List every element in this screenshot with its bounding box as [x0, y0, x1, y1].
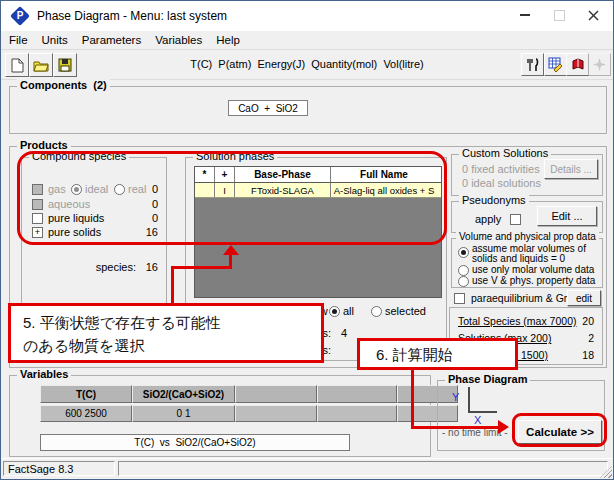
- annotation-arrow6-segment2: [411, 426, 499, 429]
- components-group: Components (2) CaO + SiO2: [9, 86, 607, 134]
- menu-file[interactable]: File: [9, 34, 28, 46]
- pseudonyms-group: Pseudonyms apply Edit ...: [451, 201, 603, 233]
- annotation-highlight-calculate: [512, 413, 607, 447]
- custom-solutions-group: Custom Solutions 0 fixed activities 0 id…: [451, 154, 603, 196]
- annotation-step6: 6. 計算開始: [357, 338, 518, 370]
- paraequilibrium-label: paraequilibrium & Gmin: [471, 292, 581, 304]
- phys-property-data-radio[interactable]: [458, 276, 469, 287]
- show-all-radio[interactable]: [329, 306, 340, 317]
- show-selected-label: selected: [385, 305, 426, 317]
- spreadsheet-edit-button[interactable]: [544, 53, 567, 76]
- x-axis-line: [468, 411, 497, 413]
- paraequilibrium-edit-button[interactable]: edit: [567, 290, 601, 306]
- phases-value: 18: [574, 349, 594, 361]
- x-axis-label: X: [474, 414, 481, 426]
- maximize-button[interactable]: [543, 1, 575, 29]
- menu-help[interactable]: Help: [216, 34, 240, 46]
- show-selected-radio[interactable]: [371, 306, 382, 317]
- new-button[interactable]: [5, 53, 29, 77]
- save-disk-icon: [58, 58, 72, 72]
- assume-molar-volumes-radio[interactable]: [458, 247, 469, 258]
- minimize-icon: [520, 14, 530, 16]
- annotation-step5-line1: 5. 平衡状態で存在する可能性: [23, 311, 321, 334]
- fixed-activities-label: 0 fixed activities: [462, 163, 540, 175]
- total-species-link[interactable]: Total Species (max 7000): [458, 315, 576, 327]
- maximize-icon: [554, 10, 565, 21]
- annotation-arrow5-segment1: [171, 266, 174, 305]
- var-header-composition[interactable]: SiO2/(CaO+SiO2): [132, 385, 235, 403]
- var-value-composition[interactable]: 0 1: [132, 405, 235, 422]
- var-header-t[interactable]: T(C): [40, 385, 132, 403]
- app-icon: P: [10, 6, 30, 26]
- details-button: Details ...: [544, 159, 598, 179]
- phys-property-data-label: use V & phys. property data: [472, 275, 595, 286]
- variables-group-label: Variables: [17, 368, 71, 380]
- paraequilibrium-checkbox[interactable]: [454, 293, 465, 304]
- status-bar: FactSage 8.3: [1, 458, 613, 479]
- save-button[interactable]: [53, 53, 77, 77]
- var-value-t[interactable]: 600 2500: [40, 405, 132, 422]
- menu-parameters[interactable]: Parameters: [82, 34, 141, 46]
- app-icon-letter: P: [13, 9, 27, 23]
- status-panel: [118, 461, 608, 476]
- minimize-button[interactable]: [509, 1, 541, 29]
- species-count: 16: [136, 261, 158, 273]
- annotation-step5: 5. 平衡状態で存在する可能性 のある物質を選択: [8, 303, 324, 363]
- annotation-step5-line2: のある物質を選択: [23, 334, 321, 357]
- apply-label: apply: [475, 213, 501, 225]
- title-bar: P Phase Diagram - Menu: last system: [1, 1, 613, 31]
- variables-group: Variables T(C) SiO2/(CaO+SiO2) 600 2500 …: [9, 375, 431, 457]
- slide-show-button[interactable]: [521, 53, 544, 76]
- total-species-value: 20: [574, 315, 594, 327]
- var-value-4[interactable]: [317, 405, 397, 422]
- menu-bar: File Units Parameters Variables Help: [1, 31, 613, 49]
- pseudonyms-edit-button[interactable]: Edit ...: [537, 206, 597, 226]
- red-book-icon: [571, 58, 585, 71]
- utensils-icon: [526, 58, 539, 72]
- close-button[interactable]: [577, 1, 609, 29]
- database-book-button[interactable]: [566, 53, 589, 76]
- show-all-label: all: [343, 305, 354, 317]
- window-title: Phase Diagram - Menu: last system: [37, 9, 227, 23]
- menu-variables[interactable]: Variables: [155, 34, 202, 46]
- variables-header-row: T(C) SiO2/(CaO+SiO2): [40, 385, 458, 403]
- y-axis-line: [468, 387, 470, 413]
- ideal-solutions-label: 0 ideal solutions: [462, 177, 541, 189]
- components-group-label: Components (2): [17, 79, 110, 91]
- new-document-icon: [11, 58, 24, 73]
- annotation-arrow5-head: [223, 245, 239, 255]
- annotation-arrow5-segment2: [171, 266, 232, 269]
- var-header-3[interactable]: [235, 385, 317, 403]
- status-version: FactSage 8.3: [3, 461, 115, 476]
- species-label: species:: [76, 261, 136, 273]
- toolbar: T(C) P(atm) Energy(J) Quantity(mol) Vol(…: [1, 49, 613, 80]
- components-value-box[interactable]: CaO + SiO2: [228, 100, 308, 116]
- annotation-arrow6-head: [498, 420, 509, 434]
- apply-checkbox[interactable]: [510, 214, 521, 225]
- open-folder-icon: [33, 59, 49, 72]
- spark-icon: [593, 58, 606, 71]
- pseudonyms-label: Pseudonyms: [459, 194, 529, 206]
- y-axis-label: Y: [452, 391, 459, 403]
- var-value-3[interactable]: [235, 405, 317, 422]
- annotation-highlight-products: [17, 151, 447, 245]
- volume-group-label: Volume and physical prop data: [456, 231, 599, 242]
- units-display[interactable]: T(C) P(atm) Energy(J) Quantity(mol) Vol(…: [190, 58, 423, 70]
- solutions-value: 2: [574, 332, 594, 344]
- menu-units[interactable]: Units: [42, 34, 68, 46]
- variables-value-row: 600 2500 0 1: [40, 405, 458, 422]
- molar-volume-data-radio[interactable]: [458, 265, 469, 276]
- open-button[interactable]: [29, 53, 53, 77]
- phase-diagram-label: Phase Diagram: [445, 373, 530, 385]
- legend-species-count: 4: [341, 327, 347, 339]
- calculate-toolbar-button: [588, 53, 611, 76]
- app-window: P Phase Diagram - Menu: last system File…: [0, 0, 614, 480]
- molar-volume-data-label: use only molar volume data: [472, 264, 594, 275]
- var-header-4[interactable]: [317, 385, 397, 403]
- close-icon: [588, 10, 599, 21]
- assume-molar-volumes-line2: solids and liquids = 0: [472, 253, 565, 264]
- table-pencil-icon: [548, 57, 563, 72]
- volume-group: Volume and physical prop data assume mol…: [451, 238, 603, 288]
- annotation-arrow5-segment3: [229, 253, 232, 269]
- plot-axes-label: T(C) vs SiO2/(CaO+SiO2): [40, 434, 350, 451]
